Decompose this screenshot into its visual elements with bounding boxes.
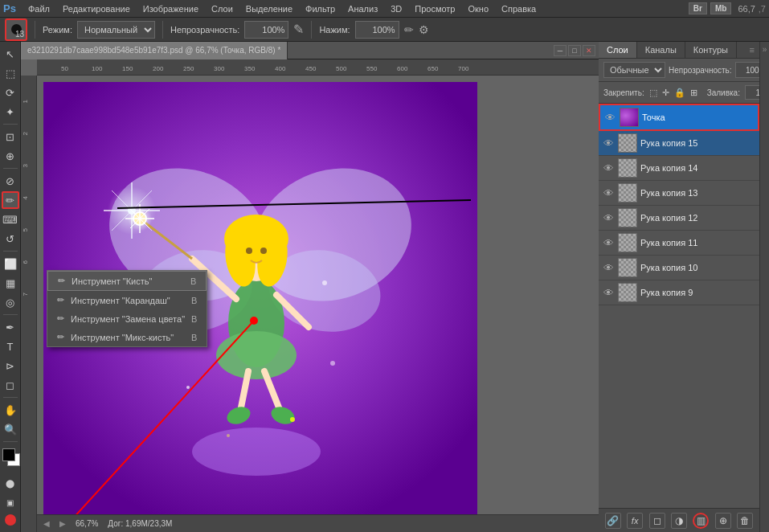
tool-lasso[interactable]: ⟳ [2, 84, 19, 101]
new-layer-button[interactable]: ⊕ [715, 513, 731, 529]
tool-brush[interactable]: ✏ [2, 191, 19, 209]
menu-analysis[interactable]: Анализ [342, 2, 383, 15]
blend-mode-dropdown[interactable]: Обычные [603, 62, 665, 78]
menu-file[interactable]: Файл [22, 2, 55, 15]
doc-tab-active[interactable]: e3210291db7caae998bd548e5b91e7f3.psd @ 6… [21, 42, 288, 59]
status-arrow-left[interactable]: ◀ [43, 519, 50, 528]
layer-name-tochka: Точка [642, 113, 755, 122]
adjustment-button[interactable]: ◑ [671, 513, 687, 529]
layer-visibility-ruka15[interactable]: 👁 [602, 137, 615, 149]
delete-layer-button[interactable]: 🗑 [737, 513, 753, 529]
mode-dropdown[interactable]: Нормальный [77, 21, 155, 39]
tool-history-brush[interactable]: ↺ [2, 230, 19, 248]
layer-row-ruka15[interactable]: 👁 Рука копия 15 [599, 131, 759, 156]
tab-channels[interactable]: Каналы [637, 42, 685, 58]
status-arrow-right[interactable]: ▶ [59, 519, 66, 528]
lock-all-icon[interactable]: 🔒 [674, 88, 685, 98]
tool-pen[interactable]: ✒ [2, 318, 19, 336]
lock-pixel-icon[interactable]: ⬚ [649, 88, 657, 98]
opacity-input[interactable] [244, 21, 288, 39]
menu-filter[interactable]: Фильтр [300, 2, 341, 15]
layer-row-ruka10[interactable]: 👁 Рука копия 10 [599, 256, 759, 280]
menu-select[interactable]: Выделение [240, 2, 298, 15]
tool-blur[interactable]: ◎ [2, 293, 19, 311]
options-bar: 13 Режим: Нормальный Непрозрачность: ✎ Н… [0, 18, 769, 42]
settings-icon[interactable]: ⚙ [419, 23, 429, 36]
brush-preview[interactable]: 13 [5, 18, 27, 41]
context-menu-item-replace[interactable]: ✏ Инструмент "Замена цвета" B [47, 309, 207, 328]
context-menu-item-mixbrush[interactable]: ✏ Инструмент "Микс-кисть" B [47, 328, 207, 346]
layer-name-ruka15: Рука копия 15 [640, 138, 756, 148]
layer-row-ruka9[interactable]: 👁 Рука копия 9 [599, 280, 759, 305]
tool-hand[interactable]: ✋ [2, 401, 19, 419]
tool-separator-1 [3, 124, 18, 125]
menu-help[interactable]: Справка [496, 2, 542, 15]
tool-type[interactable]: T [2, 338, 19, 355]
panel-controls: Обычные Непрозрачность: ▶ [599, 59, 759, 82]
tool-eraser[interactable]: ⬜ [2, 255, 19, 272]
menu-window[interactable]: Окно [463, 2, 495, 15]
lock-position-icon[interactable]: ✛ [662, 88, 669, 98]
mask-button[interactable]: ◻ [649, 513, 665, 529]
tool-quick-mask[interactable]: ⬤ [2, 474, 19, 492]
tab-layers[interactable]: Слои [599, 42, 637, 58]
menu-view[interactable]: Просмотр [409, 2, 460, 15]
layer-visibility-ruka9[interactable]: 👁 [602, 287, 615, 299]
minimize-button[interactable]: ─ [554, 45, 567, 56]
tool-spot-heal[interactable]: ⊘ [2, 172, 19, 190]
br-button[interactable]: Br [689, 2, 707, 14]
maximize-button[interactable]: □ [568, 45, 581, 56]
tool-screen-mode[interactable]: ▣ [2, 493, 19, 511]
panel-tabs: Слои Каналы Контуры ≡ [599, 42, 759, 59]
menu-layers[interactable]: Слои [206, 2, 239, 15]
status-doc: Дог: 1,69М/23,3М [108, 519, 172, 528]
layer-row-ruka12[interactable]: 👁 Рука копия 12 [599, 206, 759, 231]
tool-clone[interactable]: ⌨ [2, 211, 19, 228]
menu-edit[interactable]: Редактирование [57, 2, 136, 15]
context-menu-item-brush[interactable]: ✏ Инструмент "Кисть" B [47, 271, 207, 291]
menu-3d[interactable]: 3D [385, 2, 407, 15]
fx-button[interactable]: fx [627, 513, 643, 529]
layer-row-tochka[interactable]: 👁 Точка [599, 104, 759, 131]
doc-tab-controls: ─ □ ✕ [554, 45, 599, 56]
ruler-v-label-3: 3 [22, 164, 29, 167]
tool-marquee[interactable]: ⬚ [2, 64, 19, 82]
layer-visibility-ruka10[interactable]: 👁 [602, 262, 615, 274]
color-swatches[interactable] [1, 448, 20, 468]
close-button[interactable]: ✕ [583, 45, 595, 56]
ruler-v-label-1: 1 [22, 100, 29, 103]
tool-zoom[interactable]: 🔍 [2, 420, 19, 438]
panel-close-icon[interactable]: ≡ [745, 42, 759, 58]
link-layers-button[interactable]: 🔗 [605, 513, 621, 529]
tool-crop[interactable]: ⊡ [2, 128, 19, 145]
layer-visibility-ruka13[interactable]: 👁 [602, 187, 615, 199]
airbrush-icon[interactable]: ✎ [293, 22, 304, 37]
layer-visibility-ruka14[interactable]: 👁 [602, 162, 615, 174]
tab-paths[interactable]: Контуры [685, 42, 737, 58]
tool-gradient[interactable]: ▦ [2, 274, 19, 292]
menu-image[interactable]: Изображение [137, 2, 204, 15]
ruler-horizontal: 50 100 150 200 250 300 350 400 450 500 5… [37, 59, 599, 76]
tool-eyedropper[interactable]: ⊕ [2, 147, 19, 165]
new-group-button[interactable]: ▥ [693, 513, 709, 529]
context-menu-item-pencil[interactable]: ✏ Инструмент "Карандаш" B [47, 291, 207, 309]
foreground-swatch[interactable] [2, 448, 15, 461]
mb-button[interactable]: Mb [710, 2, 731, 14]
layer-visibility-ruka12[interactable]: 👁 [602, 212, 615, 224]
svg-point-17 [246, 248, 252, 254]
tool-shape[interactable]: ◻ [2, 376, 19, 394]
red-dot-indicator [5, 514, 16, 526]
tool-move[interactable]: ↖ [2, 45, 19, 63]
layer-row-ruka13[interactable]: 👁 Рука копия 13 [599, 181, 759, 206]
lock-artboard-icon[interactable]: ⊞ [690, 88, 697, 98]
layer-visibility-tochka[interactable]: 👁 [603, 112, 616, 124]
tool-separator-3 [3, 251, 18, 252]
panel-collapse[interactable]: » [759, 42, 769, 532]
layer-visibility-ruka11[interactable]: 👁 [602, 237, 615, 249]
ruler-label-50: 50 [61, 65, 68, 72]
layer-row-ruka14[interactable]: 👁 Рука копия 14 [599, 156, 759, 181]
tool-path[interactable]: ⊳ [2, 357, 19, 374]
layer-row-ruka11[interactable]: 👁 Рука копия 11 [599, 231, 759, 256]
tool-wand[interactable]: ✦ [2, 103, 19, 121]
pressure-input[interactable] [355, 21, 399, 39]
